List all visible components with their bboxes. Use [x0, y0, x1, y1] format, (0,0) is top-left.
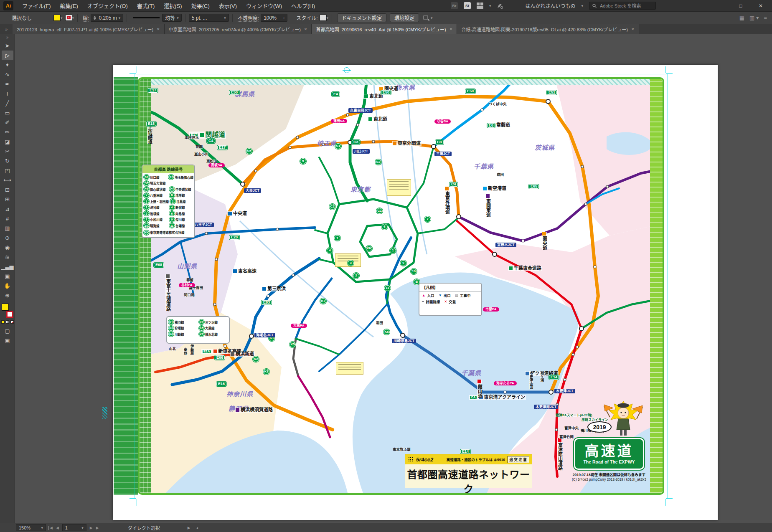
close-tab-icon[interactable]: ✕ — [631, 27, 635, 31]
symbol-sprayer-tool[interactable]: ≋ — [2, 252, 13, 262]
line-segment-tool[interactable]: ╱ — [2, 99, 13, 108]
scissors-tool[interactable]: ✂ — [2, 147, 13, 156]
bridge-icon[interactable]: Br — [451, 2, 458, 9]
artboard-number-field[interactable]: 1▾ — [62, 524, 86, 531]
map-artwork[interactable]: 群馬県栃木県埼玉県茨城県千葉県東京都山梨県神奈川県静岡県千葉県東北道圏央道東北道… — [138, 77, 664, 495]
first-artboard-button[interactable]: ◀ — [48, 526, 53, 530]
menu-item-2[interactable]: オブジェクト(O) — [83, 0, 132, 12]
column-graph-tool[interactable]: ▁▃▅ — [2, 262, 13, 271]
last-artboard-button[interactable]: ▶ — [96, 526, 100, 530]
menu-item-4[interactable]: 選択(S) — [159, 0, 186, 12]
scale-tool[interactable]: ◰ — [2, 166, 13, 175]
draw-mode-icon[interactable]: ▢ — [2, 326, 13, 336]
menu-item-0[interactable]: ファイル(F) — [18, 0, 56, 12]
workspace-layout-icon[interactable] — [477, 3, 483, 9]
minimize-button[interactable]: ─ — [714, 3, 728, 9]
magic-wand-tool[interactable]: ✦ — [2, 60, 13, 70]
document-tab-1[interactable]: 中京圏高地図_20181205_rev07Aai @ 400% (CMYK/プレ… — [165, 24, 312, 34]
status-back-icon[interactable]: ◂ — [196, 526, 198, 530]
document-tab-3[interactable]: 台紙-高速道路地図-関東-20190718版rev05_OLai @ 420.8… — [457, 24, 639, 34]
status-flyout-icon[interactable]: ▶ — [188, 526, 190, 530]
menu-item-7[interactable]: ウィンドウ(W) — [241, 0, 287, 12]
chevron-right-icon[interactable]: › — [283, 16, 284, 20]
pencil-tool[interactable]: ✏ — [2, 127, 13, 137]
chevron-down-icon[interactable]: ▾ — [431, 16, 433, 20]
document-tab-0[interactable]: 20170123_hogera_elf_FJ07-11-P1.ai @ 100%… — [13, 24, 165, 34]
gpu-performance-icon[interactable] — [497, 3, 503, 9]
canvas[interactable]: 群馬県栃木県埼玉県茨城県千葉県東京都山梨県神奈川県静岡県千葉県東北道圏央道東北道… — [15, 34, 772, 523]
stroke-color-swatch[interactable] — [65, 15, 72, 21]
stepper-icon[interactable] — [94, 16, 96, 20]
next-artboard-button[interactable]: ▶ — [90, 526, 93, 530]
type-tool[interactable]: T — [2, 89, 13, 99]
chevron-down-icon[interactable]: ▾ — [72, 16, 74, 20]
document-tab-2[interactable]: 首都高地図_20190616_rev40_Aai @ 150% (CMYK/プレ… — [312, 24, 457, 34]
arrange-grid-icon[interactable]: ▦ — [739, 15, 744, 21]
mesh-tool[interactable]: # — [2, 214, 13, 223]
stock-icon[interactable]: St — [464, 2, 471, 9]
menu-item-5[interactable]: 効果(C) — [187, 0, 214, 12]
selection-tool[interactable]: ➤ — [2, 41, 13, 51]
gradient-tool[interactable]: ▥ — [2, 223, 13, 233]
style-swatch[interactable] — [320, 15, 327, 21]
rotate-tool[interactable]: ↻ — [2, 156, 13, 166]
app-logo[interactable]: Ai — [3, 1, 13, 10]
opacity-label[interactable]: 不透明度: — [238, 14, 259, 22]
arrange-documents-icon[interactable]: ▥ ▾ — [749, 15, 759, 21]
artboard[interactable]: 群馬県栃木県埼玉県茨城県千葉県東京都山梨県神奈川県静岡県千葉県東北道圏央道東北道… — [113, 65, 718, 520]
eyedropper-tool[interactable]: ⊙ — [2, 233, 13, 243]
chevron-down-icon[interactable]: ▾ — [119, 16, 121, 20]
eraser-tool[interactable]: ◪ — [2, 137, 13, 147]
menu-item-1[interactable]: 編集(E) — [56, 0, 83, 12]
close-tab-icon[interactable]: ✕ — [157, 27, 160, 31]
preferences-button[interactable]: 環境設定 — [390, 13, 419, 22]
close-tab-icon[interactable]: ✕ — [449, 27, 453, 31]
width-tool[interactable]: ⟷ — [2, 175, 13, 185]
hand-tool[interactable]: ✋ — [2, 281, 13, 291]
chevron-down-icon[interactable]: ▾ — [61, 16, 63, 20]
interchange-label: 袖ケ浦 — [540, 371, 543, 382]
gradient-button[interactable] — [6, 320, 9, 324]
chevron-down-icon[interactable]: ▾ — [327, 16, 329, 20]
color-button[interactable] — [1, 320, 5, 324]
none-button[interactable] — [10, 320, 14, 324]
prev-artboard-button[interactable]: ◀ — [56, 526, 59, 530]
zoom-level-field[interactable]: 150%▾ — [16, 524, 46, 531]
brush-field[interactable]: 5 pt. ... ▾ — [189, 14, 229, 22]
chevron-down-icon[interactable]: ▾ — [224, 16, 226, 20]
menu-item-3[interactable]: 書式(T) — [132, 0, 160, 12]
zoom-tool[interactable]: ⊕ — [2, 291, 13, 300]
fill-stroke-indicator[interactable] — [1, 304, 14, 318]
document-setup-button[interactable]: ドキュメント設定 — [337, 13, 386, 22]
rectangle-tool[interactable]: ▭ — [2, 108, 13, 118]
search-input[interactable] — [599, 3, 649, 9]
screen-mode-icon[interactable]: ▣ — [2, 336, 13, 345]
paintbrush-tool[interactable]: ✐ — [2, 118, 13, 127]
expand-panels-icon[interactable]: » — [0, 24, 13, 34]
close-tab-icon[interactable]: ✕ — [304, 27, 307, 31]
stroke-proxy[interactable] — [6, 311, 13, 318]
stroke-weight-label[interactable]: 線: — [83, 14, 89, 22]
panel-menu-icon[interactable]: ≡ — [764, 15, 767, 21]
chevron-down-icon[interactable]: ▾ — [177, 16, 179, 20]
perspective-grid-tool[interactable]: ⊿ — [2, 204, 13, 214]
pen-tool[interactable]: ✒ — [2, 79, 13, 89]
fill-proxy[interactable] — [2, 304, 9, 311]
workspace-switcher[interactable]: はんかれさんいつもの — [525, 2, 575, 9]
align-options-icon[interactable] — [423, 15, 431, 21]
stroke-weight-field[interactable]: 0.205 m ▾ — [91, 14, 123, 22]
width-profile-field[interactable]: 均等 ▾ — [162, 14, 182, 22]
menu-item-6[interactable]: 表示(V) — [214, 0, 241, 12]
maximize-button[interactable]: □ — [734, 3, 748, 9]
opacity-field[interactable]: 100% › — [261, 14, 287, 22]
collapse-tools-icon[interactable]: » — [6, 35, 9, 41]
fill-color-swatch[interactable] — [53, 15, 61, 21]
menu-item-8[interactable]: ヘルプ(H) — [287, 0, 320, 12]
lasso-tool[interactable]: ∿ — [2, 70, 13, 79]
direct-selection-tool[interactable]: ▷ — [2, 51, 13, 60]
close-button[interactable]: ✕ — [754, 3, 768, 9]
free-transform-tool[interactable]: ⊡ — [2, 185, 13, 195]
shape-builder-tool[interactable]: ⊞ — [2, 195, 13, 204]
blend-tool[interactable]: ◉ — [2, 243, 13, 252]
artboard-tool[interactable]: ▣ — [2, 271, 13, 281]
